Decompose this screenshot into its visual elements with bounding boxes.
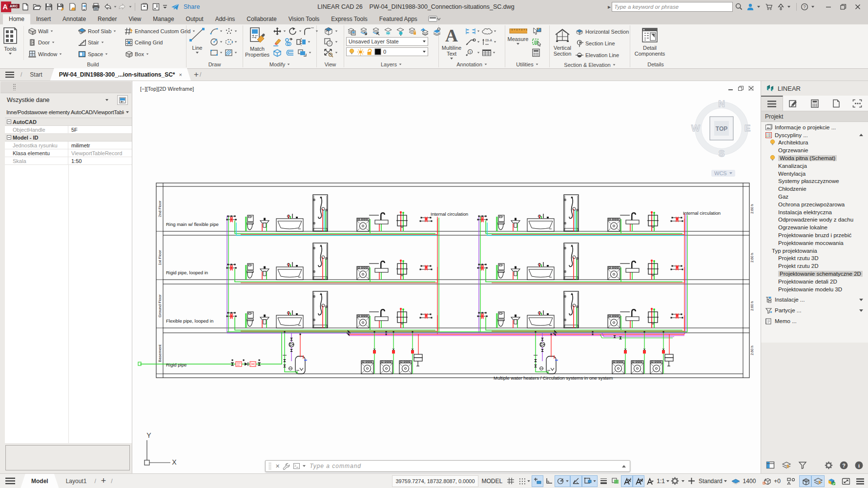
ribbon-tab-insert[interactable]: Insert: [30, 14, 57, 24]
linear-tool-select-more[interactable]: [847, 96, 868, 111]
ribbon-button-rect[interactable]: [210, 49, 223, 57]
ribbon-button-lay4[interactable]: [384, 27, 393, 36]
ribbon-tab-express-tools[interactable]: Express Tools: [325, 14, 373, 24]
tree-item[interactable]: Projektowanie detali 2D: [761, 278, 868, 285]
share-label[interactable]: Share: [184, 3, 200, 10]
ribbon-button-sline[interactable]: Section Line: [575, 38, 629, 49]
tree-item[interactable]: Projekt rzutu 3D: [761, 255, 868, 263]
property-filter-value[interactable]: Wszystkie dane: [7, 97, 105, 103]
ribbon-button-table[interactable]: [482, 49, 496, 57]
help-icon[interactable]: ?: [799, 1, 810, 13]
tree-item[interactable]: Chłodzenie: [761, 185, 868, 193]
linear-footer-filter-button[interactable]: [798, 461, 807, 469]
new-layout-button[interactable]: +: [101, 476, 106, 486]
ribbon-button-detailcomp[interactable]: DetailComponents: [630, 26, 669, 58]
panel-label-utilities[interactable]: Utilities: [505, 60, 549, 68]
tree-item[interactable]: Ochrona przeciwpożarowa: [761, 201, 868, 208]
ribbon-button-mtext[interactable]: AMultilineText: [439, 26, 464, 61]
ribbon-tab-add-ins[interactable]: Add-ins: [209, 14, 241, 24]
wcs-selector[interactable]: WCS: [711, 170, 735, 177]
command-recent-icon[interactable]: [303, 465, 306, 467]
viewport-controls-label[interactable]: [−][Top][2D Wireframe]: [140, 86, 194, 92]
status-toggle-infer[interactable]: [532, 475, 543, 487]
open-folder-button[interactable]: [32, 1, 42, 12]
ribbon-button-hatch[interactable]: [225, 49, 237, 57]
property-value[interactable]: milimetr: [68, 142, 132, 149]
linear-tool-menu[interactable]: [761, 96, 783, 111]
elevation-value[interactable]: +0: [772, 478, 782, 485]
viewport-close-icon[interactable]: [748, 86, 754, 91]
new-drawing-tab-button[interactable]: +: [194, 70, 199, 81]
search-icon[interactable]: [733, 1, 744, 13]
ribbon-button-lay6[interactable]: [408, 27, 417, 36]
add-button[interactable]: [686, 475, 697, 487]
ribbon-tab-annotate[interactable]: Annotate: [57, 14, 92, 24]
share-button[interactable]: [169, 1, 182, 12]
ribbon-tab-view[interactable]: View: [123, 14, 147, 24]
ribbon-display-toggle[interactable]: [428, 16, 441, 24]
ribbon-button-erase[interactable]: [272, 38, 282, 46]
ribbon-button-vnamed[interactable]: [323, 37, 338, 47]
linear-footer-help-button[interactable]: ?: [840, 461, 848, 469]
ribbon-button-hsection[interactable]: Horizontal Section: [575, 26, 629, 38]
account-dropdown-icon[interactable]: [757, 6, 760, 8]
workspace-gear-button[interactable]: [669, 475, 681, 487]
redo-button[interactable]: [117, 1, 128, 12]
collapse-group-icon[interactable]: [5, 135, 13, 140]
ribbon-button-line[interactable]: Line: [186, 26, 208, 55]
redo-dropdown-icon[interactable]: [129, 6, 132, 7]
ribbon-button-vcube[interactable]: [323, 26, 338, 36]
ribbon-button-vsection[interactable]: VerticalSection: [550, 26, 575, 58]
ribbon-button-eline[interactable]: Elevation Line: [575, 49, 629, 61]
file-tabs-menu-icon[interactable]: [0, 68, 20, 81]
tab-drawing-active[interactable]: PW-04_DIN1988-300_...ion-situations_SC* …: [50, 68, 191, 81]
ribbon-button-bubble[interactable]: 1: [465, 49, 480, 57]
ribbon-button-t09[interactable]: 09-A: [482, 38, 496, 46]
tree-item[interactable]: Projektowanie schematyczne 2D: [761, 270, 868, 278]
ribbon-button-group[interactable]: [297, 48, 311, 57]
ribbon-button-rotate[interactable]: [288, 27, 302, 36]
workspace-value[interactable]: Standard: [697, 478, 724, 485]
level-button[interactable]: [729, 475, 742, 487]
open-from-web-button[interactable]: [139, 1, 149, 12]
undo-button[interactable]: [102, 1, 113, 12]
ribbon-button-lay7[interactable]: [420, 27, 430, 36]
tree-item[interactable]: Instalacja elektryczna: [761, 208, 868, 216]
status-toggle-ortho[interactable]: [543, 475, 555, 487]
ribbon-button-lay3[interactable]: [372, 27, 381, 36]
ribbon-button-qsel-green[interactable]: [532, 38, 541, 46]
search-expand-icon[interactable]: ▸: [608, 3, 611, 10]
command-input[interactable]: Type a command: [310, 463, 622, 469]
ribbon-button-fillet[interactable]: [304, 27, 318, 36]
status-toggle-snap[interactable]: [517, 475, 532, 487]
status-toggle-grid[interactable]: [505, 475, 517, 487]
property-row[interactable]: Klasa elementuViewportTableRecord: [5, 149, 132, 157]
ribbon-button-points[interactable]: [225, 27, 237, 35]
status-toggle-transparency[interactable]: [609, 475, 621, 487]
ribbon-button-mirror[interactable]: [296, 38, 310, 46]
ribbon-button-arc[interactable]: [210, 27, 223, 35]
viewcube-direction[interactable]: E: [744, 123, 751, 133]
print-button[interactable]: [90, 1, 101, 12]
tree-item[interactable]: Systemy płaszczyznowe: [761, 178, 868, 185]
command-prompt-icon[interactable]: [293, 463, 301, 469]
ribbon-button-stair[interactable]: Stair: [78, 37, 124, 48]
new-file-button[interactable]: [20, 1, 31, 12]
space-indicator[interactable]: MODEL: [480, 478, 504, 485]
ribbon-button-qselect[interactable]: [532, 27, 541, 36]
tree-item[interactable]: Projekt rzutu 2D: [761, 262, 868, 270]
chevron-down-icon[interactable]: [566, 480, 568, 482]
linear-footer-layer-flash-button[interactable]: [782, 461, 791, 469]
fullscreen-button[interactable]: [840, 475, 851, 487]
property-group-header[interactable]: Model - ID: [5, 134, 132, 142]
tab-layout1[interactable]: Layout1: [59, 474, 94, 488]
panel-expand-icon[interactable]: [399, 63, 402, 65]
layout-tabs-menu-icon[interactable]: [0, 475, 21, 487]
autodesk-connect-icon[interactable]: [775, 1, 786, 13]
help-dropdown-icon[interactable]: [811, 6, 814, 8]
ribbon-button-move[interactable]: [272, 27, 286, 36]
property-row[interactable]: Skala1:50: [5, 157, 132, 165]
viewport-restore-icon[interactable]: [738, 86, 744, 91]
ribbon-button-vxmag[interactable]: [323, 48, 338, 58]
linear-footer-gear-button[interactable]: [825, 461, 833, 469]
